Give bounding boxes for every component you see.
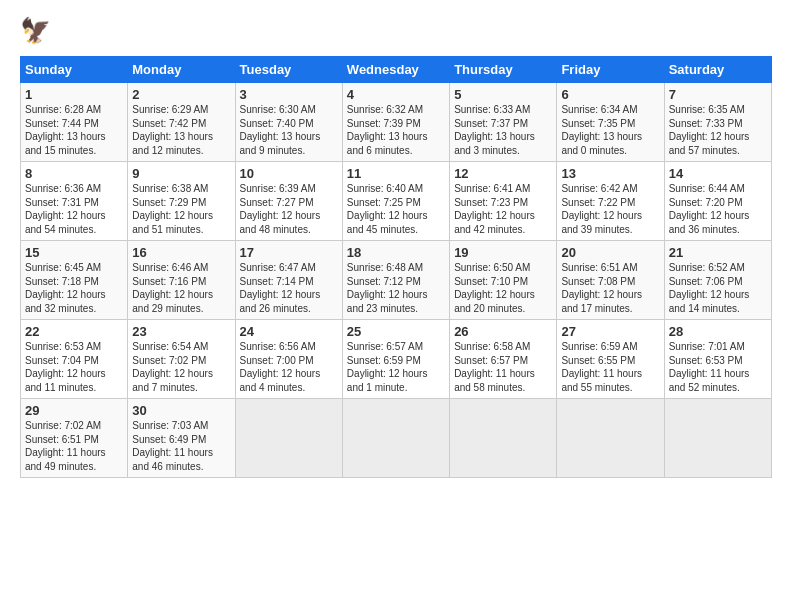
column-header-monday: Monday — [128, 57, 235, 83]
day-number: 18 — [347, 245, 445, 260]
day-number: 21 — [669, 245, 767, 260]
day-info: Sunrise: 6:39 AMSunset: 7:27 PMDaylight:… — [240, 183, 321, 235]
day-number: 5 — [454, 87, 552, 102]
day-cell: 7 Sunrise: 6:35 AMSunset: 7:33 PMDayligh… — [664, 83, 771, 162]
day-number: 14 — [669, 166, 767, 181]
column-header-wednesday: Wednesday — [342, 57, 449, 83]
column-header-friday: Friday — [557, 57, 664, 83]
day-cell: 29 Sunrise: 7:02 AMSunset: 6:51 PMDaylig… — [21, 399, 128, 478]
week-row-1: 1 Sunrise: 6:28 AMSunset: 7:44 PMDayligh… — [21, 83, 772, 162]
day-number: 10 — [240, 166, 338, 181]
day-info: Sunrise: 6:32 AMSunset: 7:39 PMDaylight:… — [347, 104, 428, 156]
day-cell — [342, 399, 449, 478]
day-cell: 28 Sunrise: 7:01 AMSunset: 6:53 PMDaylig… — [664, 320, 771, 399]
day-info: Sunrise: 6:50 AMSunset: 7:10 PMDaylight:… — [454, 262, 535, 314]
day-cell: 1 Sunrise: 6:28 AMSunset: 7:44 PMDayligh… — [21, 83, 128, 162]
day-number: 3 — [240, 87, 338, 102]
logo-icon: 🦅 — [20, 16, 52, 48]
day-info: Sunrise: 7:01 AMSunset: 6:53 PMDaylight:… — [669, 341, 750, 393]
day-info: Sunrise: 6:52 AMSunset: 7:06 PMDaylight:… — [669, 262, 750, 314]
day-number: 2 — [132, 87, 230, 102]
day-cell: 8 Sunrise: 6:36 AMSunset: 7:31 PMDayligh… — [21, 162, 128, 241]
day-cell: 15 Sunrise: 6:45 AMSunset: 7:18 PMDaylig… — [21, 241, 128, 320]
day-info: Sunrise: 6:44 AMSunset: 7:20 PMDaylight:… — [669, 183, 750, 235]
day-info: Sunrise: 6:56 AMSunset: 7:00 PMDaylight:… — [240, 341, 321, 393]
day-info: Sunrise: 6:46 AMSunset: 7:16 PMDaylight:… — [132, 262, 213, 314]
day-info: Sunrise: 6:38 AMSunset: 7:29 PMDaylight:… — [132, 183, 213, 235]
day-number: 1 — [25, 87, 123, 102]
day-cell: 11 Sunrise: 6:40 AMSunset: 7:25 PMDaylig… — [342, 162, 449, 241]
day-info: Sunrise: 7:03 AMSunset: 6:49 PMDaylight:… — [132, 420, 213, 472]
day-number: 22 — [25, 324, 123, 339]
day-cell: 10 Sunrise: 6:39 AMSunset: 7:27 PMDaylig… — [235, 162, 342, 241]
day-cell: 30 Sunrise: 7:03 AMSunset: 6:49 PMDaylig… — [128, 399, 235, 478]
day-info: Sunrise: 6:57 AMSunset: 6:59 PMDaylight:… — [347, 341, 428, 393]
day-info: Sunrise: 7:02 AMSunset: 6:51 PMDaylight:… — [25, 420, 106, 472]
day-info: Sunrise: 6:45 AMSunset: 7:18 PMDaylight:… — [25, 262, 106, 314]
day-info: Sunrise: 6:28 AMSunset: 7:44 PMDaylight:… — [25, 104, 106, 156]
day-number: 28 — [669, 324, 767, 339]
day-info: Sunrise: 6:51 AMSunset: 7:08 PMDaylight:… — [561, 262, 642, 314]
day-info: Sunrise: 6:36 AMSunset: 7:31 PMDaylight:… — [25, 183, 106, 235]
day-info: Sunrise: 6:30 AMSunset: 7:40 PMDaylight:… — [240, 104, 321, 156]
day-cell — [450, 399, 557, 478]
day-info: Sunrise: 6:35 AMSunset: 7:33 PMDaylight:… — [669, 104, 750, 156]
week-row-4: 22 Sunrise: 6:53 AMSunset: 7:04 PMDaylig… — [21, 320, 772, 399]
column-header-thursday: Thursday — [450, 57, 557, 83]
column-header-saturday: Saturday — [664, 57, 771, 83]
day-cell: 16 Sunrise: 6:46 AMSunset: 7:16 PMDaylig… — [128, 241, 235, 320]
day-cell: 26 Sunrise: 6:58 AMSunset: 6:57 PMDaylig… — [450, 320, 557, 399]
day-number: 6 — [561, 87, 659, 102]
column-header-tuesday: Tuesday — [235, 57, 342, 83]
day-number: 12 — [454, 166, 552, 181]
day-cell: 4 Sunrise: 6:32 AMSunset: 7:39 PMDayligh… — [342, 83, 449, 162]
day-cell: 27 Sunrise: 6:59 AMSunset: 6:55 PMDaylig… — [557, 320, 664, 399]
day-number: 16 — [132, 245, 230, 260]
day-number: 20 — [561, 245, 659, 260]
day-info: Sunrise: 6:58 AMSunset: 6:57 PMDaylight:… — [454, 341, 535, 393]
day-info: Sunrise: 6:59 AMSunset: 6:55 PMDaylight:… — [561, 341, 642, 393]
svg-text:🦅: 🦅 — [20, 16, 52, 46]
day-number: 29 — [25, 403, 123, 418]
day-number: 25 — [347, 324, 445, 339]
week-row-5: 29 Sunrise: 7:02 AMSunset: 6:51 PMDaylig… — [21, 399, 772, 478]
day-cell: 6 Sunrise: 6:34 AMSunset: 7:35 PMDayligh… — [557, 83, 664, 162]
day-cell — [664, 399, 771, 478]
day-cell — [557, 399, 664, 478]
day-number: 15 — [25, 245, 123, 260]
day-cell: 2 Sunrise: 6:29 AMSunset: 7:42 PMDayligh… — [128, 83, 235, 162]
day-cell: 25 Sunrise: 6:57 AMSunset: 6:59 PMDaylig… — [342, 320, 449, 399]
day-cell: 19 Sunrise: 6:50 AMSunset: 7:10 PMDaylig… — [450, 241, 557, 320]
day-cell: 22 Sunrise: 6:53 AMSunset: 7:04 PMDaylig… — [21, 320, 128, 399]
day-number: 8 — [25, 166, 123, 181]
day-info: Sunrise: 6:47 AMSunset: 7:14 PMDaylight:… — [240, 262, 321, 314]
day-number: 19 — [454, 245, 552, 260]
day-number: 7 — [669, 87, 767, 102]
day-number: 17 — [240, 245, 338, 260]
day-info: Sunrise: 6:42 AMSunset: 7:22 PMDaylight:… — [561, 183, 642, 235]
day-number: 27 — [561, 324, 659, 339]
column-header-sunday: Sunday — [21, 57, 128, 83]
logo: 🦅 — [20, 16, 56, 48]
day-cell: 17 Sunrise: 6:47 AMSunset: 7:14 PMDaylig… — [235, 241, 342, 320]
day-cell: 13 Sunrise: 6:42 AMSunset: 7:22 PMDaylig… — [557, 162, 664, 241]
day-cell: 3 Sunrise: 6:30 AMSunset: 7:40 PMDayligh… — [235, 83, 342, 162]
day-number: 24 — [240, 324, 338, 339]
calendar-table: SundayMondayTuesdayWednesdayThursdayFrid… — [20, 56, 772, 478]
week-row-2: 8 Sunrise: 6:36 AMSunset: 7:31 PMDayligh… — [21, 162, 772, 241]
day-number: 23 — [132, 324, 230, 339]
day-info: Sunrise: 6:41 AMSunset: 7:23 PMDaylight:… — [454, 183, 535, 235]
header-row: SundayMondayTuesdayWednesdayThursdayFrid… — [21, 57, 772, 83]
day-cell: 9 Sunrise: 6:38 AMSunset: 7:29 PMDayligh… — [128, 162, 235, 241]
day-number: 26 — [454, 324, 552, 339]
day-cell: 12 Sunrise: 6:41 AMSunset: 7:23 PMDaylig… — [450, 162, 557, 241]
page: 🦅 SundayMondayTuesdayWednesdayThursdayFr… — [0, 0, 792, 488]
day-info: Sunrise: 6:34 AMSunset: 7:35 PMDaylight:… — [561, 104, 642, 156]
day-cell — [235, 399, 342, 478]
day-info: Sunrise: 6:33 AMSunset: 7:37 PMDaylight:… — [454, 104, 535, 156]
header: 🦅 — [20, 16, 772, 48]
day-info: Sunrise: 6:48 AMSunset: 7:12 PMDaylight:… — [347, 262, 428, 314]
day-info: Sunrise: 6:40 AMSunset: 7:25 PMDaylight:… — [347, 183, 428, 235]
day-cell: 20 Sunrise: 6:51 AMSunset: 7:08 PMDaylig… — [557, 241, 664, 320]
day-cell: 5 Sunrise: 6:33 AMSunset: 7:37 PMDayligh… — [450, 83, 557, 162]
